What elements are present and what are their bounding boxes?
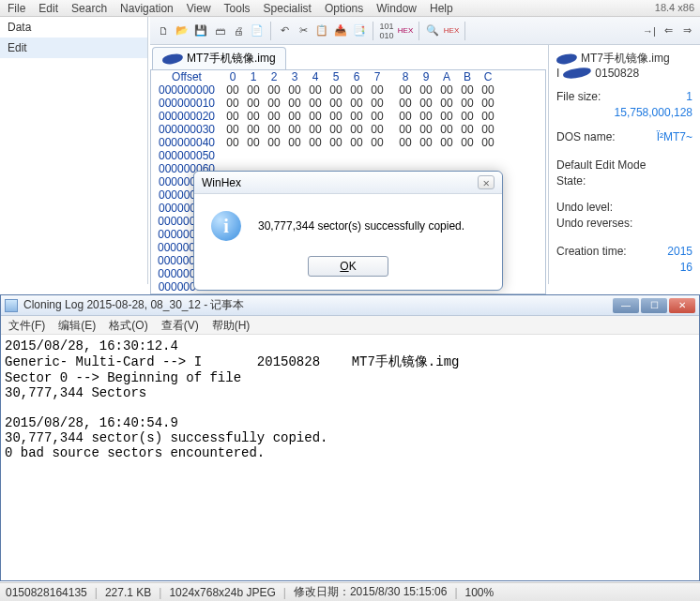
creation-time-label: Creation time: xyxy=(556,245,627,258)
tb-paste-icon[interactable]: 📥 xyxy=(333,23,348,38)
notepad-icon xyxy=(5,299,18,312)
dialog-title: WinHex xyxy=(202,176,241,189)
tb-clip3-icon[interactable]: 📑 xyxy=(352,23,367,38)
dialog-message: 30,777,344 sector(s) successfully copied… xyxy=(258,219,464,233)
tb-hex-icon[interactable]: HEX xyxy=(398,23,413,38)
redact-icon xyxy=(555,53,577,65)
tb-findhex-icon[interactable]: HEX xyxy=(444,23,459,38)
dos-name-value: Ï²MT7~ xyxy=(657,130,692,143)
menu-help[interactable]: Help xyxy=(430,2,453,15)
tb-cut-icon[interactable]: ✂ xyxy=(296,23,311,38)
menu-edit[interactable]: Edit xyxy=(38,2,58,15)
menu-view[interactable]: View xyxy=(187,2,211,15)
menu-options[interactable]: Options xyxy=(325,2,363,15)
tb-bin-icon[interactable]: 101010 xyxy=(379,23,394,38)
version-label: 18.4 x86 xyxy=(655,2,694,13)
menu-file[interactable]: File xyxy=(8,2,25,15)
tb-new-icon[interactable]: 🗋 xyxy=(156,23,171,38)
np-menu-view[interactable]: 查看(V) xyxy=(161,318,199,332)
tb-back-icon[interactable]: ⇐ xyxy=(661,23,676,38)
menu-specialist[interactable]: Specialist xyxy=(264,2,312,15)
redact-icon xyxy=(563,67,592,80)
minimize-button[interactable]: — xyxy=(613,298,639,313)
dos-name-label: DOS name: xyxy=(556,130,616,143)
tb-undo-icon[interactable]: ↶ xyxy=(277,23,292,38)
tb-prop-icon[interactable]: 📄 xyxy=(250,23,265,38)
file-tab[interactable]: MT7手机镜像.img xyxy=(152,47,286,69)
toolbar: 🗋 📂 💾 🗃 🖨 📄 ↶ ✂ 📋 📥 📑 101010 HEX 🔍 HEX →… xyxy=(150,17,700,45)
tb-sep xyxy=(270,22,271,40)
tb-sep xyxy=(418,22,419,40)
tb-goto-icon[interactable]: →| xyxy=(642,23,657,38)
state-label: State: xyxy=(556,174,586,188)
notepad-titlebar[interactable]: Cloning Log 2015-08-28, 08_30_12 - 记事本 —… xyxy=(1,295,699,316)
np-menu-format[interactable]: 格式(O) xyxy=(109,318,147,332)
status-4: 修改日期：2015/8/30 15:15:06 xyxy=(294,584,447,600)
notepad-menubar: 文件(F) 编辑(E) 格式(O) 查看(V) 帮助(H) xyxy=(1,316,699,335)
info-icon: i xyxy=(211,211,241,241)
menu-tools[interactable]: Tools xyxy=(224,2,251,15)
file-tab-label: MT7手机镜像.img xyxy=(187,51,276,67)
status-1: 0150828164135 xyxy=(6,586,87,599)
tb-print-icon[interactable]: 🖨 xyxy=(231,23,246,38)
left-item-data[interactable]: Data xyxy=(0,17,147,38)
undo-level-label: Undo level: xyxy=(556,201,613,214)
notepad-window: Cloning Log 2015-08-28, 08_30_12 - 记事本 —… xyxy=(0,294,700,581)
menu-search[interactable]: Search xyxy=(71,2,107,15)
tb-sep xyxy=(373,22,373,40)
tb-sep xyxy=(464,22,465,40)
menu-window[interactable]: Window xyxy=(376,2,417,15)
close-button[interactable]: ✕ xyxy=(669,298,695,313)
edit-mode-label: Default Edit Mode xyxy=(556,158,646,172)
status-2: 227.1 KB xyxy=(105,586,151,599)
creation-time-2: 16 xyxy=(680,261,692,274)
np-menu-edit[interactable]: 编辑(E) xyxy=(58,318,96,332)
np-menu-file[interactable]: 文件(F) xyxy=(8,318,45,332)
status-3: 1024x768x24b JPEG xyxy=(169,586,275,599)
prop-filename: MT7手机镜像.img xyxy=(581,51,670,67)
tb-save-icon[interactable]: 💾 xyxy=(193,23,208,38)
notepad-title: Cloning Log 2015-08-28, 08_30_12 - 记事本 xyxy=(23,297,245,313)
tb-open-icon[interactable]: 📂 xyxy=(175,23,190,38)
redact-icon xyxy=(161,53,183,65)
file-size-label: File size: xyxy=(556,90,601,103)
left-item-edit[interactable]: Edit xyxy=(0,38,147,58)
properties-panel: MT7手机镜像.img I0150828 File size:1 15,758,… xyxy=(548,45,700,284)
winhex-dialog: WinHex ⨉ i 30,777,344 sector(s) successf… xyxy=(193,171,503,291)
dialog-titlebar[interactable]: WinHex ⨉ xyxy=(194,172,502,194)
np-menu-help[interactable]: 帮助(H) xyxy=(212,318,251,332)
tb-find-icon[interactable]: 🔍 xyxy=(425,23,440,38)
dialog-close-icon[interactable]: ⨉ xyxy=(478,175,495,189)
maximize-button[interactable]: ☐ xyxy=(641,298,667,313)
status-5: 100% xyxy=(465,586,495,599)
ok-button[interactable]: OK xyxy=(308,256,388,277)
tb-fwd-icon[interactable]: ⇒ xyxy=(679,23,694,38)
file-size-top: 1 xyxy=(686,90,692,103)
status-bar: 0150828164135| 227.1 KB| 1024x768x24b JP… xyxy=(0,582,700,601)
notepad-text[interactable]: 2015/08/28, 16:30:12.4 Generic- Multi-Ca… xyxy=(1,335,699,464)
file-size-value: 15,758,000,128 xyxy=(615,106,692,119)
left-panel: Data Edit xyxy=(0,17,148,284)
menu-navigation[interactable]: Navigation xyxy=(120,2,174,15)
creation-time-1: 2015 xyxy=(667,245,692,258)
tb-saveall-icon[interactable]: 🗃 xyxy=(212,23,227,38)
prop-date: 0150828 xyxy=(595,67,639,80)
main-menubar: File Edit Search Navigation View Tools S… xyxy=(0,0,700,17)
undo-reverses-label: Undo reverses: xyxy=(556,217,632,230)
tb-copy-icon[interactable]: 📋 xyxy=(314,23,329,38)
